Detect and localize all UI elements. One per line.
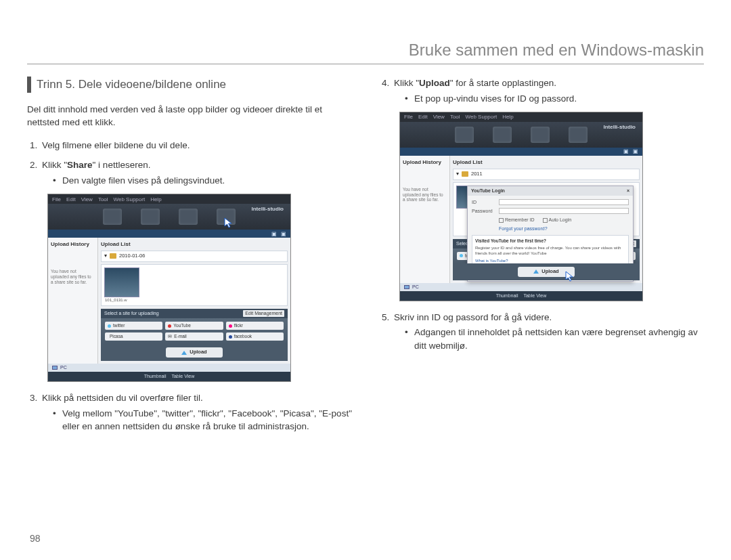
step-2-sub: Den valgte filen vises på delingsvinduet… (42, 174, 352, 188)
sidebar: Upload History You have not uploaded any… (400, 156, 450, 283)
site-buttons-grid: twitter YouTube flickr Picasa ✉E-mail fa… (101, 318, 288, 344)
sub-item: Den valgte filen vises på delingsvinduet… (53, 174, 352, 188)
step-text: Skriv inn ID og passord for å gå videre. (394, 312, 552, 322)
status-icon: ▣ (281, 230, 286, 238)
step-4-sub: Et pop up-vindu vises for ID og passord. (394, 92, 704, 106)
pc-icon (52, 366, 58, 370)
menu-item: View (433, 113, 445, 121)
flickr-icon (229, 324, 232, 328)
upload-row: Upload (453, 263, 640, 280)
youtube-icon (168, 324, 171, 328)
pc-icon (404, 285, 409, 289)
brand-label: Intelli-studio (251, 205, 284, 213)
menu-item: View (81, 196, 93, 204)
app-screenshot-share: File Edit View Tool Web Support Help Int… (47, 194, 291, 382)
edit-management-button: Edit Management (243, 310, 284, 317)
app-body: Upload History You have not uploaded any… (400, 156, 642, 283)
sidebar-empty-text: You have not uploaded any files to a sha… (51, 269, 95, 284)
heading-bar-icon (27, 77, 31, 93)
page-title: Bruke sammen med en Windows-maskin (27, 41, 704, 60)
brand-label: Intelli-studio (603, 123, 636, 131)
pc-label: PC (412, 284, 419, 290)
id-input (499, 199, 629, 205)
folder-icon (462, 171, 468, 177)
site-twitter: twitter (105, 322, 162, 330)
step-2: 2. Klikk "Share" i nettleseren. Den valg… (30, 158, 352, 187)
folder-date: 2010-01-06 (119, 253, 145, 260)
login-popup-title: YouTube Login (471, 188, 505, 194)
step-text-pre: Klikk " (42, 160, 67, 170)
right-steps-list-cont: 5. Skriv inn ID og passord for å gå vide… (379, 311, 704, 353)
site-picasa: Picasa (105, 332, 162, 341)
step-4: 4. Klikk "Upload" for å starte opplastin… (382, 77, 704, 105)
step-number: 4. (382, 77, 389, 90)
checkbox-row: Remember ID Auto Login (499, 217, 629, 223)
menu-item: Tool (450, 113, 460, 121)
facebook-icon (229, 335, 232, 339)
folder-date: 2011 (471, 171, 483, 178)
movie-edit-icon (531, 127, 550, 143)
sidebar-empty-text: You have not uploaded any files to a sha… (403, 187, 447, 202)
thumbnail-area: YouTube Login × ID Password (453, 182, 640, 236)
left-column: Trinn 5. Dele videoene/bildene online De… (27, 77, 352, 440)
status-icon: ▣ (271, 230, 277, 238)
menu-item: Help (502, 113, 513, 121)
login-popup-title-bar: YouTube Login × (468, 186, 633, 196)
promo-body: Register your ID and share videos free o… (475, 245, 625, 257)
site-selection-panel: Select a site for uploading Edit Managem… (101, 309, 288, 361)
step-3: 3. Klikk på nettsiden du vil overføre fi… (30, 391, 352, 433)
folder-row: ▾ 2011 (453, 169, 640, 180)
intro-text: Del ditt innhold med verden ved å laste … (27, 103, 352, 129)
footer-tab: Table View (523, 293, 546, 299)
step-text-post: " i nettleseren. (93, 160, 151, 170)
main-title: Upload List (101, 240, 288, 249)
collapse-icon: ▾ (456, 171, 459, 178)
app-screenshot-login: File Edit View Tool Web Support Help Int… (399, 112, 643, 301)
main-panel: Upload List ▾ 2010-01-06 101_0131.w (98, 238, 290, 364)
checkbox-icon (499, 218, 504, 223)
id-field-row: ID (472, 199, 629, 206)
upload-arrow-icon (181, 351, 187, 355)
site-label: Picasa (110, 333, 123, 339)
password-input (499, 208, 629, 214)
menu-item: Web Support (466, 113, 497, 121)
sub-item: Adgangen til inneholdet på nettsiden kan… (405, 326, 704, 352)
status-bar: ▣ ▣ (48, 230, 290, 238)
menubar: File Edit View Tool Web Support Help (48, 194, 290, 204)
site-label: facebook (234, 333, 252, 339)
step-5: 5. Skriv inn ID og passord for å gå vide… (382, 311, 704, 353)
collapse-icon: ▾ (104, 253, 107, 260)
thumb-caption: 101_0131.w (105, 297, 127, 303)
upload-button: Upload (166, 347, 223, 358)
step-number: 2. (30, 158, 37, 172)
site-label: YouTube (173, 322, 191, 328)
menu-item: File (52, 196, 61, 204)
svg-marker-1 (566, 272, 573, 281)
sub-item: Et pop up-vindu vises for ID og passord. (405, 92, 704, 106)
site-email: ✉E-mail (165, 332, 223, 341)
auto-login-label: Auto Login (549, 217, 571, 222)
footer-bar-1: PC (400, 283, 642, 291)
left-steps-list-cont: 3. Klikk på nettsiden du vil overføre fi… (27, 391, 352, 433)
step-number: 3. (30, 391, 37, 405)
step-heading: Trinn 5. Dele videoene/bildene online (27, 77, 352, 93)
cursor-icon (224, 217, 235, 228)
site-panel-header-text: Select a site for uploading (104, 311, 159, 316)
right-steps-list: 4. Klikk "Upload" for å starte opplastin… (379, 77, 704, 105)
video-thumbnail: 101_0131.w (104, 267, 139, 297)
site-label: twitter (113, 322, 125, 328)
folder-icon (110, 253, 116, 259)
site-flickr: flickr (226, 322, 284, 330)
step-text-bold: Share (67, 160, 93, 170)
photo-edit-icon (141, 209, 160, 225)
sidebar-title: Upload History (51, 240, 95, 249)
svg-marker-0 (225, 218, 231, 228)
pc-label: PC (60, 364, 67, 371)
menu-item: Web Support (114, 196, 146, 204)
photo-edit-icon (493, 127, 512, 143)
thumbnail-area: 101_0131.w (101, 264, 288, 306)
email-icon: ✉ (168, 333, 172, 339)
right-column: 4. Klikk "Upload" for å starte opplastin… (379, 77, 704, 440)
page-header: Bruke sammen med en Windows-maskin (27, 41, 704, 64)
library-icon (103, 209, 122, 225)
